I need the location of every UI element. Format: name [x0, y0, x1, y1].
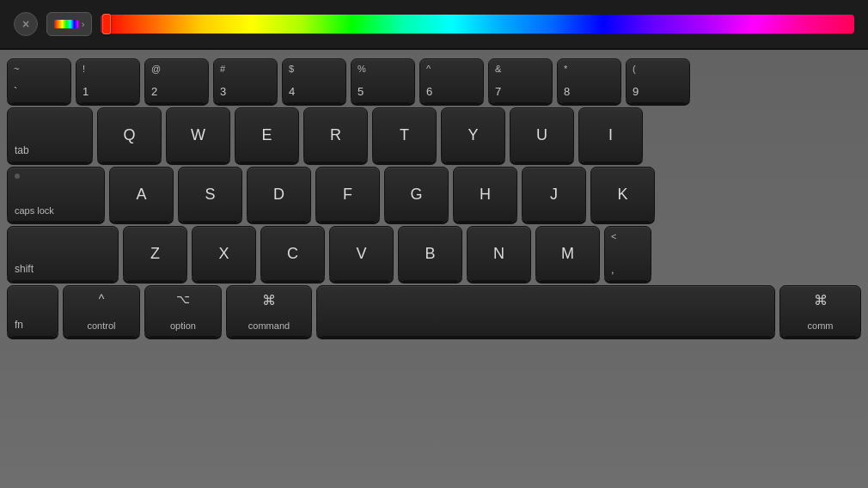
key-at-label: @ — [151, 64, 161, 74]
key-i[interactable]: I — [578, 107, 643, 162]
b-label: B — [425, 245, 435, 263]
key-7[interactable]: & 7 — [488, 58, 553, 103]
number-row: ~ ` ! 1 @ 2 # 3 $ 4 % 5 — [7, 58, 861, 103]
v-label: V — [356, 245, 366, 263]
color-slider-handle[interactable] — [102, 14, 111, 34]
f-label: F — [343, 186, 352, 204]
color-slider-container[interactable] — [101, 12, 854, 36]
key-tab[interactable]: tab — [7, 107, 93, 162]
u-label: U — [536, 126, 547, 144]
d-label: D — [273, 186, 284, 204]
key-v[interactable]: V — [329, 226, 394, 281]
key-lparen-label: ( — [633, 64, 636, 74]
c-label: C — [287, 245, 298, 263]
key-u[interactable]: U — [510, 107, 574, 162]
key-backtick-label: ` — [14, 85, 17, 98]
key-spacebar[interactable] — [316, 285, 775, 337]
key-r[interactable]: R — [303, 107, 368, 162]
key-1-label: 1 — [83, 85, 89, 98]
key-5[interactable]: % 5 — [351, 58, 415, 103]
key-option[interactable]: ⌥ option — [144, 285, 222, 337]
key-asterisk-label: * — [564, 64, 567, 74]
less-top-label: < — [611, 231, 645, 241]
key-8-label: 8 — [564, 85, 570, 98]
key-f[interactable]: F — [315, 167, 380, 222]
keyboard-container: × › ~ ` ! 1 @ 2 — [0, 0, 868, 488]
e-label: E — [261, 126, 272, 144]
x-label: X — [218, 245, 229, 263]
key-k[interactable]: K — [590, 167, 655, 222]
key-less-than[interactable]: < , — [604, 226, 651, 281]
key-percent-label: % — [358, 64, 366, 74]
key-amp-label: & — [495, 64, 501, 74]
zxcv-row: shift Z X C V B N M < , — [7, 226, 861, 281]
key-1[interactable]: ! 1 — [76, 58, 140, 103]
key-t[interactable]: T — [372, 107, 437, 162]
qwerty-row: tab Q W E R T Y U I — [7, 107, 861, 162]
key-3[interactable]: # 3 — [213, 58, 278, 103]
g-label: G — [410, 186, 422, 204]
tab-label: tab — [15, 144, 29, 156]
key-7-label: 7 — [495, 85, 501, 98]
asdf-row: caps lock A S D F G H J K — [7, 167, 861, 222]
chevron-right-icon: › — [82, 20, 84, 29]
z-label: Z — [150, 245, 160, 263]
command-symbol: ⌘ — [262, 292, 276, 308]
key-hash-label: # — [220, 64, 225, 74]
h-label: H — [480, 186, 491, 204]
fn-label: fn — [15, 319, 23, 331]
key-b[interactable]: B — [398, 226, 462, 281]
key-caret-label: ^ — [426, 64, 431, 74]
touchbar-close-button[interactable]: × — [14, 12, 38, 36]
a-label: A — [136, 186, 146, 204]
key-q[interactable]: Q — [97, 107, 162, 162]
key-fn[interactable]: fn — [7, 285, 58, 337]
r-label: R — [330, 126, 341, 144]
y-label: Y — [468, 126, 478, 144]
capslock-label: caps lock — [15, 205, 104, 216]
key-m[interactable]: M — [535, 226, 600, 281]
key-g[interactable]: G — [384, 167, 449, 222]
option-symbol: ⌥ — [176, 292, 190, 306]
command-right-symbol: ⌘ — [814, 292, 828, 308]
key-h[interactable]: H — [453, 167, 517, 222]
key-4[interactable]: $ 4 — [282, 58, 346, 103]
key-9-label: 9 — [633, 85, 639, 98]
key-2[interactable]: @ 2 — [144, 58, 209, 103]
key-d[interactable]: D — [247, 167, 311, 222]
key-a[interactable]: A — [109, 167, 174, 222]
color-picker-button[interactable]: › — [46, 12, 92, 36]
close-icon: × — [22, 18, 29, 30]
key-capslock[interactable]: caps lock — [7, 167, 105, 222]
command-right-label: comm — [808, 320, 834, 331]
keyboard-main: ~ ` ! 1 @ 2 # 3 $ 4 % 5 — [0, 50, 868, 337]
key-6[interactable]: ^ 6 — [419, 58, 484, 103]
key-4-label: 4 — [289, 85, 295, 98]
key-w[interactable]: W — [166, 107, 230, 162]
key-5-label: 5 — [358, 85, 364, 98]
key-exclaim-label: ! — [83, 64, 85, 74]
key-9[interactable]: ( 9 — [626, 58, 690, 103]
key-s[interactable]: S — [178, 167, 242, 222]
key-z[interactable]: Z — [123, 226, 187, 281]
key-shift-left[interactable]: shift — [7, 226, 119, 281]
color-gradient-bar[interactable] — [101, 15, 854, 34]
n-label: N — [493, 245, 504, 263]
key-n[interactable]: N — [467, 226, 531, 281]
key-command-left[interactable]: ⌘ command — [226, 285, 312, 337]
key-e[interactable]: E — [235, 107, 299, 162]
key-backtick[interactable]: ~ ` — [7, 58, 71, 103]
key-c[interactable]: C — [260, 226, 325, 281]
control-symbol: ^ — [99, 292, 105, 306]
q-label: Q — [123, 126, 135, 144]
key-j[interactable]: J — [522, 167, 586, 222]
key-8[interactable]: * 8 — [557, 58, 621, 103]
key-x[interactable]: X — [192, 226, 256, 281]
key-dollar-label: $ — [289, 64, 294, 74]
key-y[interactable]: Y — [441, 107, 505, 162]
key-control[interactable]: ^ control — [63, 285, 140, 337]
s-label: S — [205, 186, 215, 204]
touch-bar: × › — [0, 0, 868, 50]
rainbow-icon — [54, 20, 78, 28]
key-command-right[interactable]: ⌘ comm — [779, 285, 861, 337]
